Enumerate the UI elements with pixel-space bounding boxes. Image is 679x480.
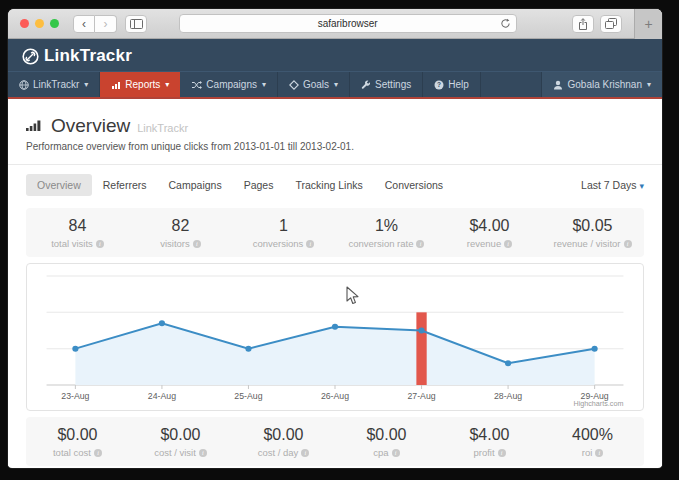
user-menu[interactable]: Gobala Krishnan ▾	[541, 72, 662, 97]
page-content: Overview LinkTrackr Performance overview…	[8, 99, 662, 466]
chevron-down-icon: ▾	[334, 80, 338, 89]
info-icon[interactable]: i	[94, 449, 102, 457]
logo-text[interactable]: LinkTrackr	[44, 46, 132, 66]
tabs-bar: Overview Referrers Campaigns Pages Track…	[8, 165, 662, 202]
close-window-button[interactable]	[20, 19, 29, 28]
info-icon[interactable]: i	[301, 449, 309, 457]
bar-chart-icon	[111, 80, 121, 90]
svg-text:24-Aug: 24-Aug	[148, 391, 176, 401]
help-icon: ?	[434, 80, 444, 90]
wrench-icon	[361, 80, 371, 90]
stat-value: $0.00	[232, 426, 335, 444]
svg-text:Highcharts.com: Highcharts.com	[573, 400, 623, 408]
highcharts-area-chart[interactable]: 23-Aug24-Aug25-Aug26-Aug27-Aug28-Aug29-A…	[28, 265, 642, 409]
info-icon[interactable]: i	[504, 240, 512, 248]
menu-item-campaigns[interactable]: Campaigns ▾	[180, 72, 278, 97]
tab-overview-icon[interactable]	[600, 15, 622, 33]
tab-referrers[interactable]: Referrers	[92, 174, 158, 196]
safari-window: ‹ › safaribrowser +	[8, 9, 662, 468]
info-icon[interactable]: i	[498, 449, 506, 457]
stat-label: revenue / visitori	[541, 238, 644, 249]
svg-text:23-Aug: 23-Aug	[61, 391, 89, 401]
address-text: safaribrowser	[180, 18, 516, 29]
back-button[interactable]: ‹	[73, 15, 95, 33]
stat-value: $4.00	[438, 426, 541, 444]
chevron-down-icon: ▾	[165, 80, 169, 89]
page-title-brand: LinkTrackr	[137, 122, 188, 134]
share-icon[interactable]	[572, 15, 594, 33]
info-icon[interactable]: i	[416, 240, 424, 248]
svg-text:27-Aug: 27-Aug	[407, 391, 435, 401]
menu-item-help[interactable]: ? Help	[423, 72, 481, 97]
stat-value: 82	[129, 217, 232, 235]
forward-button[interactable]: ›	[95, 15, 117, 33]
sidebar-icon[interactable]	[125, 15, 147, 33]
app-navbar: LinkTrackr LinkTrackr ▾ Reports ▾ Campai…	[8, 39, 662, 99]
zoom-window-button[interactable]	[50, 19, 59, 28]
stat-value: 400%	[541, 426, 644, 444]
svg-text:25-Aug: 25-Aug	[234, 391, 262, 401]
tab-tracking-links[interactable]: Tracking Links	[284, 174, 373, 196]
page-header: Overview LinkTrackr Performance overview…	[8, 99, 662, 165]
stat-value: $0.05	[541, 217, 644, 235]
stat-conversions: 1conversionsi	[232, 217, 335, 249]
info-icon[interactable]: i	[199, 449, 207, 457]
stat-label: cost / visiti	[129, 447, 232, 458]
stats-row-bottom: $0.00total costi$0.00cost / visiti$0.00c…	[26, 417, 644, 466]
traffic-lights	[20, 19, 59, 28]
page-title: Overview	[51, 115, 130, 137]
page-description: Performance overview from unique clicks …	[26, 141, 644, 152]
stat-cost-day: $0.00cost / dayi	[232, 426, 335, 458]
svg-text:26-Aug: 26-Aug	[321, 391, 349, 401]
menu-item-settings[interactable]: Settings	[350, 72, 423, 97]
stat-conversion-rate: 1%conversion ratei	[335, 217, 438, 249]
stat-label: conversion ratei	[335, 238, 438, 249]
browser-titlebar: ‹ › safaribrowser +	[8, 9, 662, 39]
stat-value: $4.00	[438, 217, 541, 235]
stat-label: total costi	[26, 447, 129, 458]
period-dropdown[interactable]: Last 7 Days ▾	[581, 179, 644, 191]
info-icon[interactable]: i	[96, 240, 104, 248]
tab-overview[interactable]: Overview	[26, 174, 92, 196]
user-icon	[553, 80, 563, 90]
stat-value: $0.00	[26, 426, 129, 444]
stat-roi: 400%roii	[541, 426, 644, 458]
menu-item-reports[interactable]: Reports ▾	[100, 72, 180, 97]
stat-revenue: $4.00revenuei	[438, 217, 541, 249]
stat-value: $0.00	[129, 426, 232, 444]
info-icon[interactable]: i	[595, 449, 603, 457]
stat-label: revenuei	[438, 238, 541, 249]
stat-label: cost / dayi	[232, 447, 335, 458]
info-icon[interactable]: i	[306, 240, 314, 248]
info-icon[interactable]: i	[392, 449, 400, 457]
chevron-down-icon: ▾	[84, 80, 88, 89]
reload-icon[interactable]	[500, 18, 511, 29]
chevron-down-icon: ▾	[262, 80, 266, 89]
info-icon[interactable]: i	[193, 240, 201, 248]
svg-text:?: ?	[437, 81, 441, 88]
tab-campaigns[interactable]: Campaigns	[158, 174, 233, 196]
tab-pages[interactable]: Pages	[233, 174, 285, 196]
minimize-window-button[interactable]	[35, 19, 44, 28]
linktrackr-logo-icon	[22, 48, 39, 65]
tab-conversions[interactable]: Conversions	[374, 174, 454, 196]
visits-chart[interactable]: 23-Aug24-Aug25-Aug26-Aug27-Aug28-Aug29-A…	[26, 263, 644, 411]
address-bar[interactable]: safaribrowser	[179, 14, 517, 33]
stat-visitors: 82visitorsi	[129, 217, 232, 249]
stat-label: profiti	[438, 447, 541, 458]
stat-total-visits: 84total visitsi	[26, 217, 129, 249]
info-icon[interactable]: i	[624, 240, 632, 248]
stat-label: cpai	[335, 447, 438, 458]
main-menu: LinkTrackr ▾ Reports ▾ Campaigns ▾ Goals…	[8, 71, 662, 99]
diamond-icon	[289, 80, 299, 90]
stat-value: $0.00	[335, 426, 438, 444]
svg-text:28-Aug: 28-Aug	[494, 391, 522, 401]
menu-item-goals[interactable]: Goals ▾	[278, 72, 350, 97]
stat-value: 84	[26, 217, 129, 235]
new-tab-icon[interactable]: +	[634, 9, 662, 39]
shuffle-icon	[191, 80, 202, 90]
stat-cost-visit: $0.00cost / visiti	[129, 426, 232, 458]
stat-total-cost: $0.00total costi	[26, 426, 129, 458]
menu-item-linktrackr[interactable]: LinkTrackr ▾	[8, 72, 100, 97]
stat-profit: $4.00profiti	[438, 426, 541, 458]
